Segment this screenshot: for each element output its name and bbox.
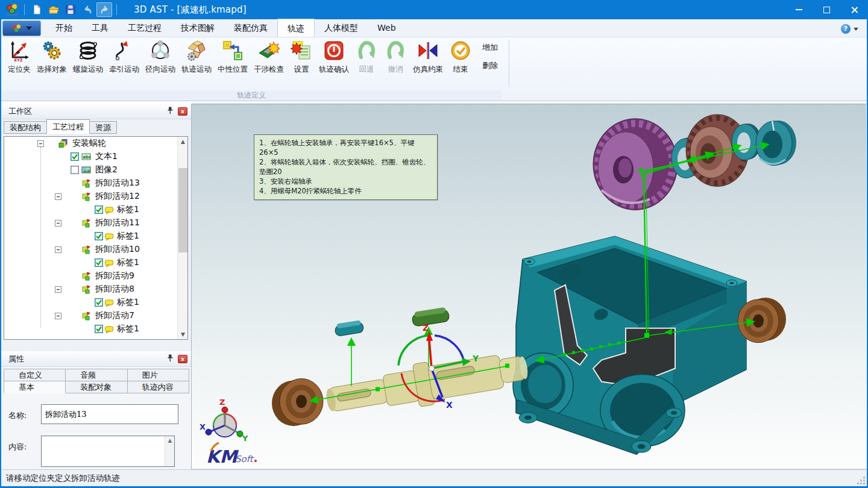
tree-expander-icon[interactable]: [55, 219, 61, 226]
tree-item-拆卸活动10[interactable]: 拆卸活动10: [4, 243, 187, 256]
ribbon-button-neutral-position[interactable]: 中性位置: [215, 37, 251, 75]
help-caret-icon[interactable]: [854, 28, 858, 31]
tree-checkbox[interactable]: [95, 205, 103, 214]
menu-tab-human-model[interactable]: 人体模型: [315, 19, 368, 37]
tree-scrollbar[interactable]: ▲ ▼: [177, 137, 187, 339]
tree-checkbox[interactable]: [95, 232, 103, 240]
tree-expander-icon[interactable]: [55, 312, 61, 319]
annotation-note[interactable]: 1、在蜗轮轴上安装轴承，再安装平键16×5、平键26×5 2、将蜗轮轴装入箱体，…: [254, 134, 438, 200]
tree-item-标签1[interactable]: 标签1: [4, 296, 187, 309]
tree-checkbox[interactable]: [95, 298, 103, 307]
undo-button[interactable]: [80, 2, 95, 17]
ribbon-button-undo[interactable]: 撤消: [381, 37, 410, 75]
content-scrollbar[interactable]: ▲: [165, 436, 174, 466]
name-input[interactable]: [41, 404, 178, 424]
ribbon-button-label: 回退: [359, 64, 374, 75]
save-button[interactable]: [63, 2, 78, 17]
properties-tab-audio[interactable]: 音频: [65, 369, 127, 381]
new-document-button[interactable]: [29, 2, 45, 17]
tree-expander-icon[interactable]: [55, 193, 61, 199]
properties-tab-basic[interactable]: 基本: [4, 381, 66, 393]
ribbon-button-settings[interactable]: 设置: [287, 37, 316, 75]
ring-nut[interactable]: [756, 120, 796, 166]
ribbon-button-positioning-clamp[interactable]: XYZ定位夹: [5, 37, 34, 75]
tree-item-拆卸活动8[interactable]: 拆卸活动8: [4, 283, 187, 296]
ribbon-button-rollback[interactable]: 回退: [352, 37, 381, 75]
activity-icon: [81, 245, 91, 254]
help-button[interactable]: ?: [841, 24, 851, 34]
tree-item-标签1[interactable]: 标签1: [4, 230, 187, 243]
scrollbar-thumb[interactable]: [178, 168, 187, 252]
workspace-close-button[interactable]: x: [178, 107, 187, 116]
menu-tab-tools[interactable]: 工具: [82, 19, 118, 37]
content-textarea[interactable]: ▲: [41, 436, 175, 467]
gearbox-housing[interactable]: [513, 236, 746, 454]
tree-item-标签1[interactable]: 标签1: [4, 203, 187, 216]
scroll-down-icon[interactable]: ▼: [178, 330, 188, 339]
tree-checkbox[interactable]: [95, 325, 103, 333]
tree-item-标签1[interactable]: 标签1: [4, 256, 187, 269]
svg-text:Soft: Soft: [235, 454, 254, 465]
tree-item-拆卸活动11[interactable]: 拆卸活动11: [4, 216, 187, 230]
worm-shaft[interactable]: [323, 346, 530, 422]
ribbon-button-traction-motion[interactable]: 牵引运动: [106, 37, 142, 75]
menu-tab-process[interactable]: 工艺过程: [118, 19, 171, 37]
tree-item-文本1[interactable]: abc文本1: [4, 150, 187, 163]
ribbon-button-delete[interactable]: 删除: [480, 59, 500, 72]
redo-button[interactable]: [96, 2, 112, 17]
tree-checkbox[interactable]: [71, 152, 79, 161]
scroll-up-icon[interactable]: ▲: [178, 137, 188, 146]
tree-checkbox[interactable]: [95, 258, 103, 267]
properties-tab-assembly-object[interactable]: 装配对象: [65, 381, 127, 393]
view-triad[interactable]: Z X Y: [200, 398, 248, 443]
app-menu-button[interactable]: [2, 20, 41, 36]
bearing-right[interactable]: [738, 298, 786, 343]
ribbon-button-spiral-motion[interactable]: 螺旋运动: [70, 37, 106, 75]
resize-grip-icon[interactable]: [857, 477, 866, 485]
tree-expander-icon[interactable]: [55, 246, 61, 252]
properties-close-button[interactable]: x: [178, 355, 187, 363]
tree-expander-icon[interactable]: [37, 140, 44, 146]
ribbon-button-interference-check[interactable]: 干涉检查: [251, 37, 287, 75]
menu-tab-trajectory[interactable]: 轨迹: [277, 19, 315, 37]
properties-tab-custom[interactable]: 自定义: [4, 369, 66, 381]
tree-item-拆卸活动12[interactable]: 拆卸活动12: [4, 190, 187, 203]
scroll-up-icon[interactable]: ▲: [165, 437, 175, 443]
tree-item-拆卸活动7[interactable]: 拆卸活动7: [4, 309, 187, 322]
pin-icon[interactable]: [166, 107, 174, 116]
tree-item-安装蜗轮[interactable]: 安装蜗轮: [4, 137, 187, 150]
minimize-button[interactable]: [785, 0, 813, 19]
tree-item-label: 拆卸活动10: [95, 244, 140, 255]
worm-gear[interactable]: [593, 119, 678, 210]
ribbon-button-add[interactable]: 增加: [480, 41, 500, 54]
workspace-tab-assembly-structure[interactable]: 装配结构: [4, 121, 47, 134]
properties-tab-picture[interactable]: 图片: [127, 369, 189, 381]
close-button[interactable]: [840, 0, 868, 19]
menu-tab-web[interactable]: Web: [368, 19, 406, 37]
viewport-3d[interactable]: Z Y X Z X Y KM: [192, 104, 866, 469]
ribbon-button-trajectory-confirm[interactable]: 轨迹确认: [316, 37, 352, 75]
key-large[interactable]: [411, 307, 450, 327]
tree-expander-icon[interactable]: [55, 286, 61, 292]
bearing-left[interactable]: [272, 378, 323, 426]
properties-tab-trajectory-content[interactable]: 轨迹内容: [127, 381, 189, 393]
tree-item-拆卸活动9[interactable]: 拆卸活动9: [4, 269, 187, 283]
tree-item-标签1[interactable]: 标签1: [4, 322, 187, 336]
maximize-button[interactable]: [813, 0, 840, 19]
ribbon-button-radial-motion[interactable]: 径向运动: [142, 37, 178, 75]
workspace-tab-resources[interactable]: 资源: [89, 121, 117, 134]
menu-tab-home[interactable]: 开始: [46, 19, 82, 37]
pin-icon[interactable]: [166, 354, 174, 364]
key-small[interactable]: [334, 320, 364, 337]
tree-checkbox[interactable]: [71, 166, 79, 174]
ribbon-button-finish[interactable]: 结束: [446, 37, 475, 75]
workspace-tab-process[interactable]: 工艺过程: [46, 119, 90, 134]
tree-item-拆卸活动13[interactable]: 拆卸活动13: [4, 177, 187, 190]
ribbon-button-select-object[interactable]: 选择对象: [34, 37, 70, 75]
menu-tab-assembly-simulation[interactable]: 装配仿真: [224, 19, 277, 37]
ribbon-button-simulation-constraint[interactable]: 仿真约束: [410, 37, 446, 75]
open-folder-button[interactable]: [46, 2, 61, 17]
tree-item-图像2[interactable]: 图像2: [4, 163, 187, 177]
ribbon-button-trajectory-motion[interactable]: 轨迹运动: [178, 37, 215, 75]
menu-tab-tech-illustration[interactable]: 技术图解: [171, 19, 224, 37]
